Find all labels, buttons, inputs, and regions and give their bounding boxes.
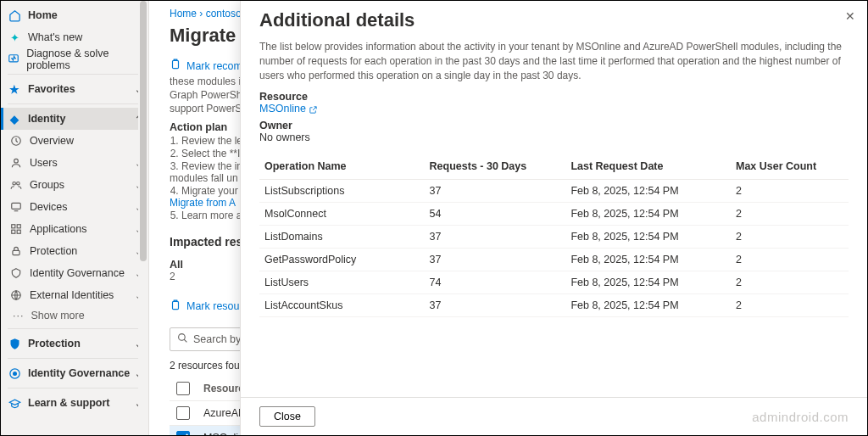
nav-protection-sub[interactable]: Protection ⌄ <box>1 240 148 262</box>
checkbox-row[interactable] <box>176 406 190 420</box>
nav-devices[interactable]: Devices ⌄ <box>1 196 148 218</box>
divider <box>8 388 142 388</box>
ops-header-row: Operation Name Requests - 30 Days Last R… <box>259 154 849 180</box>
op-max: 2 <box>731 249 849 271</box>
nav-diagnose-label: Diagnose & solve problems <box>26 48 142 71</box>
nav-learn-label: Learn & support <box>28 397 110 409</box>
svg-point-16 <box>179 333 186 340</box>
svg-rect-10 <box>13 250 19 254</box>
nav-protection-sub-label: Protection <box>30 245 77 257</box>
nav-home-label: Home <box>28 9 58 21</box>
checkbox-row-checked[interactable] <box>176 431 190 435</box>
divider <box>8 74 142 75</box>
groups-icon <box>9 178 23 192</box>
ops-row: ListSubscriptions 37 Feb 8, 2025, 12:54 … <box>259 180 849 203</box>
nav-external[interactable]: External Identities ⌄ <box>1 284 148 306</box>
nav-protection[interactable]: Protection ⌄ <box>1 333 148 355</box>
col-requests[interactable]: Requests - 30 Days <box>425 154 566 180</box>
op-last: Feb 8, 2025, 12:54 PM <box>565 294 731 317</box>
svg-rect-7 <box>17 225 20 228</box>
divider <box>8 103 142 104</box>
op-max: 2 <box>731 271 849 294</box>
nav-governance-sub-label: Identity Governance <box>30 267 125 279</box>
divider <box>8 328 142 329</box>
resource-value: MSOnline <box>259 103 306 115</box>
nav-favorites[interactable]: ★ Favorites ⌄ <box>1 78 148 100</box>
governance-icon <box>8 366 21 380</box>
svg-rect-14 <box>173 60 179 68</box>
nav-identity-label: Identity <box>28 113 65 125</box>
nav-show-more-label: Show more <box>31 310 84 321</box>
nav-applications[interactable]: Applications ⌄ <box>1 218 148 240</box>
identity-icon: ◆ <box>8 112 21 126</box>
nav-protection-label: Protection <box>28 338 81 349</box>
nav-overview-label: Overview <box>30 135 74 147</box>
nav-devices-label: Devices <box>30 201 67 213</box>
svg-point-3 <box>13 182 15 186</box>
op-name: GetPasswordPolicy <box>259 249 425 271</box>
nav-overview[interactable]: Overview <box>1 130 148 152</box>
col-operation-name[interactable]: Operation Name <box>259 154 425 180</box>
nav-whats-new[interactable]: ✦ What's new <box>1 26 148 48</box>
nav-show-more[interactable]: ··· Show more <box>1 306 148 325</box>
governance-icon <box>9 266 23 280</box>
nav-learn[interactable]: Learn & support ⌄ <box>1 392 148 414</box>
ops-row: ListUsers 74 Feb 8, 2025, 12:54 PM 2 <box>259 271 849 294</box>
svg-rect-15 <box>173 301 179 309</box>
scrollbar-thumb[interactable] <box>140 1 147 261</box>
panel-body: ✕ Additional details The list below prov… <box>241 1 867 397</box>
tab-all-label: All <box>170 259 183 271</box>
diagnose-icon <box>8 53 19 66</box>
op-last: Feb 8, 2025, 12:54 PM <box>565 271 731 294</box>
op-max: 2 <box>731 203 849 226</box>
owner-value: No owners <box>259 131 849 143</box>
op-req: 37 <box>425 294 566 317</box>
ops-row: GetPasswordPolicy 37 Feb 8, 2025, 12:54 … <box>259 249 849 271</box>
op-last: Feb 8, 2025, 12:54 PM <box>565 249 731 271</box>
svg-rect-5 <box>12 203 21 209</box>
close-button[interactable]: Close <box>259 406 315 427</box>
sidebar-scrollbar[interactable] <box>138 1 148 435</box>
svg-point-4 <box>17 182 19 186</box>
sidebar: Home ✦ What's new Diagnose & solve probl… <box>1 1 149 435</box>
svg-rect-9 <box>17 230 20 233</box>
tab-all-count: 2 <box>170 271 175 282</box>
close-icon[interactable]: ✕ <box>845 9 855 23</box>
operations-table: Operation Name Requests - 30 Days Last R… <box>259 154 849 317</box>
svg-point-13 <box>13 372 16 375</box>
ops-row: ListDomains 37 Feb 8, 2025, 12:54 PM 2 <box>259 226 849 249</box>
op-max: 2 <box>731 294 849 317</box>
devices-icon <box>9 200 23 214</box>
op-name: ListUsers <box>259 271 425 294</box>
users-icon <box>9 156 23 170</box>
op-max: 2 <box>731 180 849 203</box>
ops-row: MsolConnect 54 Feb 8, 2025, 12:54 PM 2 <box>259 203 849 226</box>
divider <box>8 358 142 359</box>
col-max-users[interactable]: Max User Count <box>731 154 849 180</box>
watermark: admindroid.com <box>752 410 849 424</box>
lock-icon <box>9 244 23 258</box>
op-req: 54 <box>425 203 566 226</box>
nav-external-label: External Identities <box>30 289 114 301</box>
op-name: ListAccountSkus <box>259 294 425 317</box>
clipboard-icon <box>170 299 181 314</box>
nav-diagnose[interactable]: Diagnose & solve problems <box>1 48 148 70</box>
svg-point-2 <box>14 159 19 163</box>
nav-governance-sub[interactable]: Identity Governance ⌄ <box>1 262 148 284</box>
nav-users[interactable]: Users ⌄ <box>1 152 148 174</box>
checkbox-all[interactable] <box>176 382 190 395</box>
nav-identity-governance[interactable]: Identity Governance ⌄ <box>1 362 148 384</box>
resource-link[interactable]: MSOnline <box>259 103 849 115</box>
nav-identity[interactable]: ◆ Identity ⌃ <box>1 108 148 130</box>
nav-groups[interactable]: Groups ⌄ <box>1 174 148 196</box>
migrate-link[interactable]: Migrate from A <box>170 197 236 209</box>
panel-title: Additional details <box>259 9 849 31</box>
panel-description: The list below provides information abou… <box>259 40 849 82</box>
sparkle-icon: ✦ <box>8 31 21 44</box>
op-name: ListDomains <box>259 226 425 249</box>
col-last-request[interactable]: Last Request Date <box>565 154 731 180</box>
nav-identity-governance-label: Identity Governance <box>28 367 130 379</box>
nav-applications-label: Applications <box>30 223 86 235</box>
nav-home[interactable]: Home <box>1 4 148 26</box>
panel-footer: Close admindroid.com <box>241 397 867 435</box>
